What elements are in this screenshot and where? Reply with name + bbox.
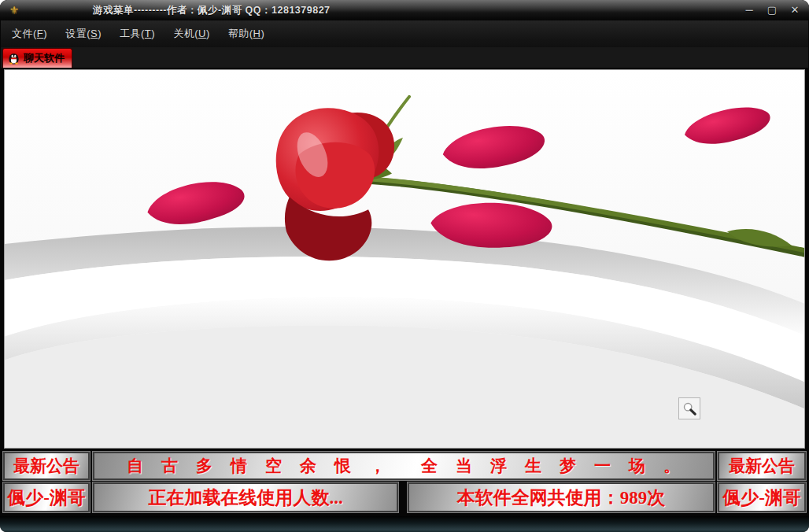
magnifier-icon bbox=[682, 401, 696, 416]
author-label-right: 偑少-渊哥 bbox=[718, 482, 806, 512]
announcement-label-left: 最新公告 bbox=[3, 452, 90, 480]
hotkey: U bbox=[198, 28, 206, 39]
qq-penguin-icon bbox=[8, 53, 20, 65]
minimize-button[interactable]: ─ bbox=[741, 2, 757, 17]
tab-chat-software[interactable]: 聊天软件 bbox=[2, 48, 72, 68]
tab-label: 聊天软件 bbox=[24, 51, 65, 65]
menu-label: 关机 bbox=[173, 28, 194, 39]
online-count-status: 正在加载在线使用人数... bbox=[93, 482, 398, 512]
wallpaper-area bbox=[4, 69, 805, 449]
announcement-label-right: 最新公告 bbox=[718, 452, 806, 480]
menubar: 文件(F) 设置(S) 工具(T) 关机(U) 帮助(H) bbox=[1, 20, 808, 47]
titlebar[interactable]: ⚜ 游戏菜单---------作者：佩少-渊哥 QQ：1281379827 ─ … bbox=[0, 0, 809, 20]
paren: ) bbox=[206, 28, 210, 39]
paren: ) bbox=[260, 28, 264, 39]
hotkey: S bbox=[91, 28, 98, 39]
menu-item-help[interactable]: 帮助(H) bbox=[228, 27, 265, 41]
window-controls: ─ ▢ ✕ bbox=[741, 2, 803, 17]
app-icon: ⚜ bbox=[7, 3, 21, 17]
menu-item-settings[interactable]: 设置(S) bbox=[65, 27, 102, 41]
maximize-button[interactable]: ▢ bbox=[764, 2, 780, 17]
menu-label: 工具 bbox=[120, 28, 141, 39]
paren: ) bbox=[98, 28, 102, 39]
menu-item-tools[interactable]: 工具(T) bbox=[120, 27, 155, 41]
menu-label: 帮助 bbox=[228, 28, 249, 39]
menu-item-shutdown[interactable]: 关机(U) bbox=[173, 27, 210, 41]
paren: ) bbox=[43, 28, 47, 39]
app-window: ⚜ 游戏菜单---------作者：佩少-渊哥 QQ：1281379827 ─ … bbox=[0, 0, 809, 532]
paren: ) bbox=[151, 28, 155, 39]
hotkey: H bbox=[253, 28, 261, 39]
menu-item-file[interactable]: 文件(F) bbox=[12, 27, 47, 41]
usage-count-status: 本软件全网共使用：989次 bbox=[408, 482, 715, 512]
status-bar: 最新公告 自 古 多 情 空 余 恨 ， 全 当 浮 生 梦 一 场 。 最新公… bbox=[0, 449, 809, 516]
window-bottom-frame bbox=[0, 516, 809, 532]
rose-wallpaper bbox=[5, 70, 804, 448]
announcement-text: 自 古 多 情 空 余 恨 ， 全 当 浮 生 梦 一 场 。 bbox=[93, 452, 715, 480]
zoom-button[interactable] bbox=[678, 397, 700, 419]
tabbar: 聊天软件 bbox=[1, 47, 808, 68]
window-title: 游戏菜单---------作者：佩少-渊哥 QQ：1281379827 bbox=[93, 4, 423, 17]
author-label-left: 偑少-渊哥 bbox=[3, 482, 90, 512]
menu-label: 设置 bbox=[65, 28, 87, 39]
menu-label: 文件 bbox=[12, 28, 33, 39]
close-button[interactable]: ✕ bbox=[787, 2, 803, 17]
